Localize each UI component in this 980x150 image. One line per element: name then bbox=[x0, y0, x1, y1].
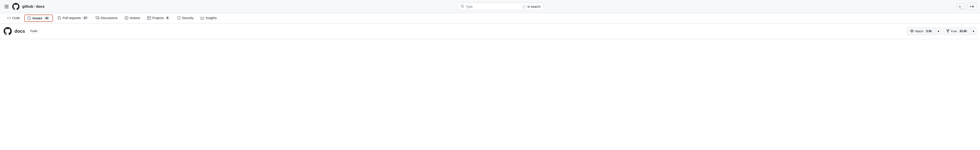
tab-pr-label: Pull requests bbox=[62, 16, 81, 20]
tab-code-label: Code bbox=[12, 16, 20, 20]
issues-badge: 40 bbox=[44, 16, 50, 20]
hamburger-line-3 bbox=[5, 8, 9, 8]
watch-count: 2.3k bbox=[925, 29, 933, 33]
watch-dropdown-button[interactable]: ▾ bbox=[935, 27, 941, 35]
repo-title-area: docs Public bbox=[4, 27, 40, 35]
security-icon bbox=[177, 16, 181, 20]
watch-button[interactable]: Watch 2.3k bbox=[907, 27, 936, 35]
breadcrumb: github / docs bbox=[22, 5, 45, 9]
repo-header: docs Public Watch 2.3k ▾ bbox=[0, 23, 980, 39]
search-bar[interactable]: Type / to search bbox=[458, 3, 544, 10]
tab-issues[interactable]: Issues 40 bbox=[24, 15, 53, 22]
fork-chevron-icon: ▾ bbox=[973, 29, 974, 33]
watch-chevron-icon: ▾ bbox=[938, 29, 939, 33]
fork-button-group: Fork 61.9k ▾ bbox=[943, 27, 976, 35]
hamburger-line-1 bbox=[5, 5, 9, 5]
repo-logo-icon bbox=[4, 27, 12, 35]
new-chevron-icon: ▾ bbox=[972, 4, 974, 9]
fork-button[interactable]: Fork 61.9k bbox=[943, 27, 971, 35]
code-icon bbox=[7, 16, 11, 20]
topbar-center: Type / to search bbox=[47, 3, 954, 10]
tab-discussions[interactable]: Discussions bbox=[92, 13, 121, 23]
tab-projects[interactable]: Projects 6 bbox=[144, 13, 173, 23]
discussions-icon bbox=[96, 16, 99, 20]
tab-actions[interactable]: Actions bbox=[121, 13, 144, 23]
topbar-left: github / docs bbox=[4, 3, 45, 10]
tab-code[interactable]: Code bbox=[4, 13, 23, 23]
repo-tabs: Code Issues 40 Pull requests 17 Discussi… bbox=[0, 13, 980, 23]
terminal-button[interactable]: >_ bbox=[956, 3, 965, 10]
topbar-right: >_ + ▾ bbox=[956, 3, 976, 10]
tab-actions-label: Actions bbox=[130, 16, 140, 20]
hamburger-button[interactable] bbox=[4, 4, 10, 9]
watch-label: Watch bbox=[915, 29, 923, 33]
projects-icon bbox=[147, 16, 151, 20]
tab-insights[interactable]: Insights bbox=[197, 13, 220, 23]
fork-label: Fork bbox=[951, 29, 957, 33]
plus-icon: + bbox=[970, 5, 972, 9]
search-icon bbox=[460, 4, 464, 9]
actions-icon bbox=[125, 16, 128, 20]
fork-dropdown-button[interactable]: ▾ bbox=[971, 27, 976, 35]
tab-projects-label: Projects bbox=[152, 16, 164, 20]
breadcrumb-owner[interactable]: github bbox=[22, 5, 33, 9]
tab-pull-requests[interactable]: Pull requests 17 bbox=[54, 13, 92, 23]
topbar: github / docs Type / to search >_ + ▾ bbox=[0, 0, 980, 13]
issue-icon bbox=[27, 16, 31, 20]
tab-security-label: Security bbox=[182, 16, 194, 20]
breadcrumb-separator: / bbox=[34, 5, 35, 9]
fork-icon bbox=[946, 29, 950, 34]
tab-discussions-label: Discussions bbox=[101, 16, 118, 20]
search-slash-badge: / bbox=[522, 5, 526, 9]
search-suffix-text: to search bbox=[527, 5, 541, 8]
repo-name-text[interactable]: docs bbox=[14, 29, 25, 34]
pr-badge: 17 bbox=[82, 16, 88, 20]
projects-badge: 6 bbox=[165, 16, 170, 20]
tab-security[interactable]: Security bbox=[173, 13, 197, 23]
fork-count: 61.9k bbox=[958, 29, 968, 33]
visibility-badge: Public bbox=[28, 29, 40, 34]
tab-insights-label: Insights bbox=[206, 16, 216, 20]
new-button[interactable]: + ▾ bbox=[967, 3, 976, 10]
insights-icon bbox=[201, 16, 204, 20]
eye-icon bbox=[910, 29, 914, 34]
breadcrumb-repo[interactable]: docs bbox=[36, 5, 45, 9]
tab-issues-label: Issues bbox=[32, 16, 42, 20]
search-placeholder-text: Type bbox=[466, 5, 520, 8]
repo-action-buttons: Watch 2.3k ▾ Fork 61.9k ▾ bbox=[907, 27, 976, 35]
hamburger-line-2 bbox=[5, 6, 9, 7]
github-logo-icon[interactable] bbox=[12, 3, 19, 10]
pr-icon bbox=[57, 16, 61, 20]
watch-button-group: Watch 2.3k ▾ bbox=[907, 27, 941, 35]
